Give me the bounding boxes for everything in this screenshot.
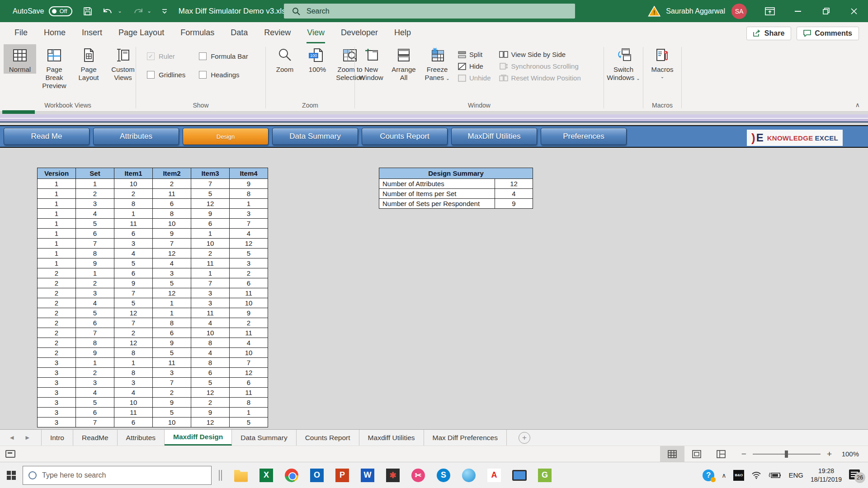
cell[interactable]: 6 xyxy=(230,278,268,288)
bo-audio-icon[interactable]: B&O xyxy=(733,470,744,481)
cell[interactable]: 1 xyxy=(38,229,76,239)
cell[interactable]: 8 xyxy=(153,318,191,328)
cell[interactable]: 6 xyxy=(114,268,153,278)
sheet-tab[interactable]: Maxdiff Utilities xyxy=(359,430,424,446)
cell[interactable]: 5 xyxy=(76,308,114,318)
share-button[interactable]: Share xyxy=(746,27,791,40)
cell[interactable]: 8 xyxy=(230,189,268,199)
cell[interactable]: 7 xyxy=(114,318,153,328)
page-break-view-toggle[interactable] xyxy=(709,446,733,462)
cell[interactable]: 9 xyxy=(76,348,114,358)
cell[interactable]: 6 xyxy=(114,229,153,239)
cell[interactable]: 2 xyxy=(153,179,191,189)
cell[interactable]: 9 xyxy=(76,258,114,268)
cell[interactable]: 1 xyxy=(230,408,268,418)
macros-button[interactable]: Macros ⌄ xyxy=(646,44,679,79)
cell[interactable]: 12 xyxy=(191,199,230,209)
cell[interactable]: 3 xyxy=(38,368,76,378)
cell[interactable]: 3 xyxy=(76,199,114,209)
cell[interactable]: 6 xyxy=(153,328,191,338)
cell[interactable]: 11 xyxy=(114,219,153,229)
design-table-header-cell[interactable]: Item2 xyxy=(153,168,191,179)
cell[interactable]: 3 xyxy=(153,368,191,378)
cell[interactable]: 3 xyxy=(191,288,230,298)
cell[interactable]: 2 xyxy=(38,288,76,298)
cell[interactable]: 7 xyxy=(230,358,268,368)
ribbon-tab[interactable]: Help xyxy=(386,22,419,44)
cell[interactable]: 11 xyxy=(230,288,268,298)
cell[interactable]: 2 xyxy=(230,268,268,278)
battery-icon[interactable] xyxy=(769,472,781,479)
cell[interactable]: 6 xyxy=(230,378,268,388)
sheet-nav-left-icon[interactable]: ◀ xyxy=(10,435,14,441)
cell[interactable]: 3 xyxy=(76,288,114,298)
cell[interactable]: 6 xyxy=(191,219,230,229)
ribbon-tab[interactable]: Home xyxy=(36,22,74,44)
taskbar-app-button[interactable] xyxy=(279,462,304,488)
arrange-all-button[interactable]: Arrange All xyxy=(387,44,420,82)
show-checkbox[interactable]: Ruler xyxy=(147,52,185,60)
cell[interactable]: 8 xyxy=(76,338,114,348)
cell[interactable]: 1 xyxy=(153,298,191,308)
cell[interactable]: 4 xyxy=(76,388,114,398)
cell[interactable]: 3 xyxy=(38,358,76,368)
cell[interactable]: 1 xyxy=(38,258,76,268)
taskbar-app-button[interactable]: G xyxy=(532,462,557,488)
reset-window-position-button[interactable]: Reset Window Position xyxy=(499,74,581,82)
cell[interactable]: 2 xyxy=(76,189,114,199)
cell[interactable]: 4 xyxy=(230,338,268,348)
save-icon[interactable] xyxy=(83,7,92,16)
cell[interactable]: 5 xyxy=(114,258,153,268)
switch-windows-button[interactable]: Switch Windows ⌄ xyxy=(604,44,642,82)
cell[interactable]: 6 xyxy=(153,199,191,209)
cell[interactable]: 7 xyxy=(114,288,153,298)
ribbon-tab[interactable]: Page Layout xyxy=(110,22,172,44)
cell[interactable]: 7 xyxy=(230,219,268,229)
taskbar-app-button[interactable] xyxy=(507,462,532,488)
cell[interactable]: 8 xyxy=(76,249,114,258)
sheet-tab[interactable]: Attributes xyxy=(118,430,165,446)
customize-qat-icon[interactable] xyxy=(161,8,168,14)
cell[interactable]: 10 xyxy=(114,179,153,189)
cell[interactable]: 12 xyxy=(114,338,153,348)
cell[interactable]: 5 xyxy=(230,418,268,427)
cell[interactable]: 10 xyxy=(114,398,153,408)
synchronous-scrolling-button[interactable]: Synchronous Scrolling xyxy=(499,62,581,70)
cell[interactable]: 9 xyxy=(191,408,230,418)
cell[interactable]: 1 xyxy=(38,199,76,209)
cell[interactable]: 1 xyxy=(38,209,76,219)
cell[interactable]: 2 xyxy=(114,328,153,338)
cell[interactable]: 3 xyxy=(153,268,191,278)
cell[interactable]: 4 xyxy=(114,249,153,258)
taskbar-app-button[interactable]: P xyxy=(330,462,355,488)
taskbar-app-button[interactable]: ✱ xyxy=(380,462,406,488)
cell[interactable]: 9 xyxy=(230,308,268,318)
summary-value-cell[interactable]: 12 xyxy=(495,179,533,189)
cell[interactable]: 6 xyxy=(76,408,114,418)
cell[interactable]: 1 xyxy=(114,358,153,368)
cell[interactable]: 5 xyxy=(153,348,191,358)
cell[interactable]: 5 xyxy=(76,398,114,408)
cell[interactable]: 8 xyxy=(153,209,191,219)
collapse-ribbon-icon[interactable]: ∧ xyxy=(855,101,860,108)
cell[interactable]: 12 xyxy=(191,388,230,398)
cell[interactable]: 5 xyxy=(230,249,268,258)
cell[interactable]: 10 xyxy=(191,328,230,338)
zoom-in-button[interactable]: + xyxy=(827,449,832,459)
cell[interactable]: 1 xyxy=(191,268,230,278)
chevron-up-icon[interactable]: ∧ xyxy=(722,472,726,479)
design-table-header-cell[interactable]: Item4 xyxy=(230,168,268,179)
ribbon-tab[interactable]: Developer xyxy=(333,22,386,44)
design-table-header-cell[interactable]: Item1 xyxy=(114,168,153,179)
cell[interactable]: 10 xyxy=(153,418,191,427)
ribbon-tab[interactable]: Data xyxy=(222,22,256,44)
cell[interactable]: 11 xyxy=(153,358,191,368)
cell[interactable]: 1 xyxy=(38,239,76,249)
macro-record-icon[interactable] xyxy=(5,450,15,458)
sheet-tab[interactable]: Intro xyxy=(41,430,73,446)
sheet-tab[interactable]: Counts Report xyxy=(297,430,359,446)
cell[interactable]: 3 xyxy=(230,209,268,219)
show-checkbox[interactable]: Headings xyxy=(199,71,248,79)
cell[interactable]: 2 xyxy=(38,278,76,288)
zoom-slider[interactable] xyxy=(753,454,821,455)
